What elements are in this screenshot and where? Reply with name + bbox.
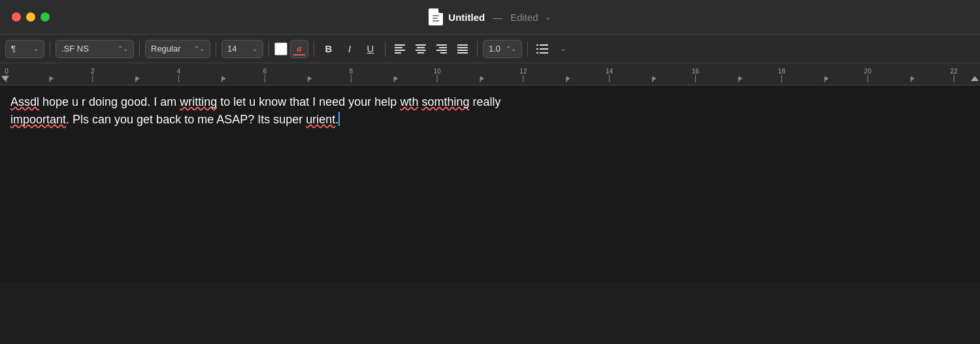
minimize-button[interactable] [26,12,35,22]
misspelled-writting: writting [180,95,217,108]
italic-button[interactable]: I [340,40,359,58]
svg-rect-18 [536,48,538,50]
line-spacing-chevron-icon: ⌃⌄ [506,45,516,52]
svg-rect-2 [395,50,405,51]
document-area[interactable]: Assdl hope u r doing good. I am writting… [0,86,980,281]
svg-rect-19 [540,48,548,50]
font-size-button[interactable]: 14 ⌄ [221,40,263,58]
font-style-button[interactable]: Regular ⌃⌄ [145,40,210,58]
font-size-chevron-icon: ⌄ [252,45,257,52]
font-color-a-icon: a [297,44,302,54]
document-content[interactable]: Assdl hope u r doing good. I am writting… [10,93,970,129]
list-dropdown-icon: ⌄ [561,45,566,52]
svg-rect-7 [417,52,424,54]
ruler [0,63,980,86]
font-size-label: 14 [227,44,237,54]
font-family-button[interactable]: .SF NS ⌃⌄ [56,40,134,58]
font-style-label: Regular [151,44,181,54]
toolbar-separator-8 [527,41,528,57]
title-chevron-icon[interactable]: ⌄ [545,12,551,22]
svg-rect-3 [395,52,401,54]
toolbar-separator-6 [385,41,385,57]
svg-rect-20 [536,52,538,54]
bold-button[interactable]: B [319,40,338,58]
traffic-lights [12,12,50,22]
fullscreen-button[interactable] [41,12,50,22]
svg-rect-21 [540,52,548,54]
svg-rect-13 [457,47,468,48]
title-separator: — [493,12,502,23]
font-color-underline [293,54,305,55]
align-justify-button[interactable] [453,40,472,58]
document-title: Untitled [448,12,485,23]
font-style-chevron-icon: ⌃⌄ [194,45,204,52]
svg-rect-5 [417,47,425,48]
svg-rect-17 [540,44,548,46]
paragraph-style-button[interactable]: ¶ ⌄ [5,40,44,58]
svg-rect-9 [439,47,447,48]
text-cursor [338,112,340,126]
toolbar-separator-1 [50,41,50,57]
font-family-chevron-icon: ⌃⌄ [118,45,128,52]
svg-rect-6 [416,50,426,51]
list-button[interactable] [533,40,551,58]
svg-rect-8 [436,44,447,46]
toolbar-separator-4 [269,41,269,57]
svg-rect-16 [536,44,538,46]
misspelled-urient: urient [306,113,335,126]
svg-rect-10 [436,50,447,51]
toolbar-separator-2 [139,41,140,57]
toolbar-separator-7 [477,41,478,57]
window-title-group: Untitled — Edited ⌄ [429,8,551,25]
svg-rect-15 [457,52,468,54]
text-color-swatch[interactable] [274,42,287,55]
underline-button[interactable]: U [361,40,380,58]
svg-rect-0 [395,44,405,46]
ruler-canvas [0,63,980,85]
svg-rect-11 [440,52,447,54]
list-chevron-button[interactable]: ⌄ [554,40,572,58]
misspelled-somthing: somthing [421,95,469,108]
line-spacing-label: 1.0 [489,44,500,54]
align-left-button[interactable] [391,40,409,58]
document-status: Edited [510,12,538,23]
font-color-button[interactable]: a [290,40,308,58]
titlebar: Untitled — Edited ⌄ [0,0,980,35]
document-icon [429,8,443,25]
svg-rect-1 [395,47,402,48]
misspelled-assdl: Assdl [10,95,39,108]
misspelled-wth: wth [400,95,418,108]
line-spacing-button[interactable]: 1.0 ⌃⌄ [483,40,522,58]
misspelled-impoortant: impoortant [10,113,66,126]
font-family-label: .SF NS [61,44,89,54]
svg-rect-14 [457,50,468,51]
toolbar-separator-3 [216,41,216,57]
paragraph-icon: ¶ [11,44,16,54]
svg-rect-12 [457,44,468,46]
svg-rect-4 [416,44,426,46]
align-center-button[interactable] [412,40,430,58]
toolbar: ¶ ⌄ .SF NS ⌃⌄ Regular ⌃⌄ 14 ⌄ a B I U [0,35,980,63]
close-button[interactable] [12,12,21,22]
paragraph-chevron-icon: ⌄ [33,45,39,52]
align-right-button[interactable] [433,40,451,58]
toolbar-separator-5 [314,41,314,57]
